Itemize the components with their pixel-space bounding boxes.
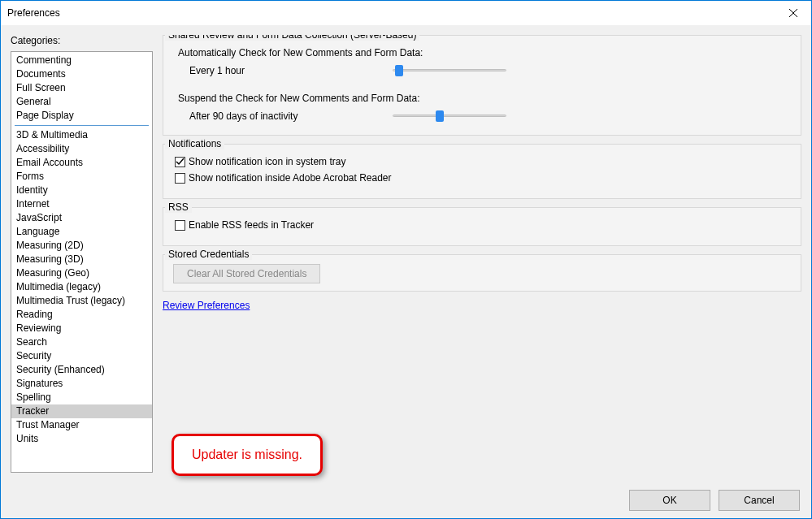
category-item[interactable]: Measuring (Geo) (11, 266, 152, 280)
category-item[interactable]: Documents (11, 67, 152, 81)
category-item[interactable]: Reviewing (11, 322, 152, 335)
category-item[interactable]: Security (11, 349, 152, 363)
stored-credentials-title: Stored Credentials (165, 249, 252, 260)
category-item[interactable]: Trust Manager (11, 418, 152, 432)
rss-checkbox-label: Enable RSS feeds in Tracker (189, 219, 314, 231)
category-item[interactable]: Language (11, 225, 152, 239)
suspend-check-slider[interactable] (393, 109, 506, 123)
main-panel: Shared Review and Form Data Collection (… (163, 35, 801, 473)
category-item[interactable]: Multimedia Trust (legacy) (11, 294, 152, 308)
category-item[interactable]: Spelling (11, 391, 152, 404)
notifications-title: Notifications (165, 138, 224, 149)
category-item[interactable]: Signatures (11, 377, 152, 391)
slider-thumb[interactable] (436, 110, 444, 122)
close-button[interactable] (775, 1, 811, 25)
category-item[interactable]: Email Accounts (11, 156, 152, 170)
tray-checkbox[interactable] (175, 157, 185, 167)
annotation-text: Updater is missing. (192, 448, 302, 461)
category-item[interactable]: Accessibility (11, 142, 152, 156)
category-item[interactable]: Identity (11, 184, 152, 197)
tray-checkbox-label: Show notification icon in system tray (189, 156, 345, 167)
category-item[interactable]: Forms (11, 170, 152, 184)
auto-check-value: Every 1 hour (189, 65, 393, 76)
review-preferences-link[interactable]: Review Preferences (163, 300, 250, 311)
category-item[interactable]: Search (11, 335, 152, 349)
category-item[interactable]: Tracker (11, 404, 152, 418)
categories-label: Categories: (11, 35, 153, 46)
category-list[interactable]: CommentingDocumentsFull ScreenGeneralPag… (11, 51, 153, 473)
category-item[interactable]: Multimedia (legacy) (11, 280, 152, 294)
slider-thumb[interactable] (395, 65, 403, 76)
suspend-check-label: Suspend the Check for New Comments and F… (178, 93, 791, 104)
category-item[interactable]: Units (11, 432, 152, 446)
suspend-check-value: After 90 days of inactivity (189, 110, 393, 122)
titlebar: Preferences (1, 1, 811, 25)
shared-review-title: Shared Review and Form Data Collection (… (165, 35, 419, 41)
category-separator (15, 125, 149, 126)
category-item[interactable]: Security (Enhanced) (11, 363, 152, 377)
preferences-window: Preferences Categories: CommentingDocume… (0, 0, 812, 519)
annotation-callout: Updater is missing. (172, 434, 323, 476)
clear-credentials-button: Clear All Stored Credentials (173, 264, 320, 283)
notifications-group: Notifications Show notification icon in … (163, 144, 801, 199)
category-item[interactable]: Reading (11, 308, 152, 322)
close-icon (789, 9, 797, 17)
check-icon (176, 158, 185, 167)
rss-title: RSS (165, 201, 192, 213)
category-item[interactable]: Page Display (11, 109, 152, 123)
inside-checkbox[interactable] (175, 173, 185, 184)
sidebar: Categories: CommentingDocumentsFull Scre… (11, 35, 153, 473)
inside-checkbox-label: Show notification inside Adobe Acrobat R… (189, 172, 392, 184)
rss-checkbox[interactable] (175, 220, 185, 231)
category-item[interactable]: 3D & Multimedia (11, 128, 152, 142)
window-title: Preferences (7, 7, 60, 19)
category-item[interactable]: Internet (11, 197, 152, 211)
category-item[interactable]: Measuring (2D) (11, 239, 152, 253)
stored-credentials-group: Stored Credentials Clear All Stored Cred… (163, 254, 801, 292)
auto-check-label: Automatically Check for New Comments and… (178, 47, 791, 58)
auto-check-slider[interactable] (393, 63, 506, 78)
cancel-button[interactable]: Cancel (719, 490, 800, 511)
category-item[interactable]: Full Screen (11, 81, 152, 95)
ok-button[interactable]: OK (629, 490, 710, 511)
footer: OK Cancel (1, 482, 811, 518)
category-item[interactable]: General (11, 95, 152, 109)
content-area: Categories: CommentingDocumentsFull Scre… (1, 25, 811, 482)
category-item[interactable]: JavaScript (11, 211, 152, 225)
category-item[interactable]: Measuring (3D) (11, 253, 152, 266)
rss-group: RSS Enable RSS feeds in Tracker (163, 207, 801, 246)
shared-review-group: Shared Review and Form Data Collection (… (163, 35, 801, 136)
category-item[interactable]: Commenting (11, 54, 152, 67)
